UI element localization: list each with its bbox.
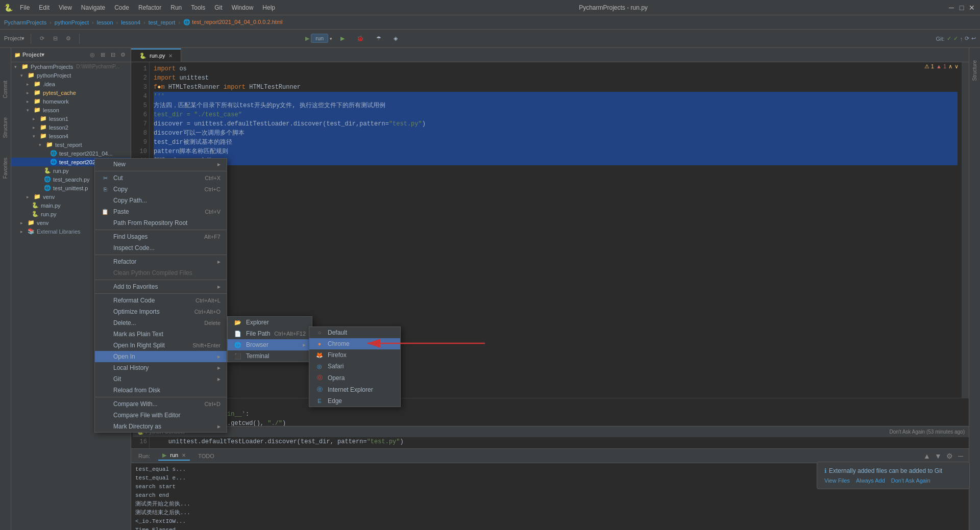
menu-navigate[interactable]: Navigate [77, 3, 109, 13]
run-close-panel[interactable]: ─ [955, 451, 966, 461]
toast-view-files[interactable]: View Files [824, 477, 850, 484]
locate-button[interactable]: ◎ [88, 51, 97, 60]
breadcrumb-item-2[interactable]: pythonProject [55, 19, 89, 26]
tree-root[interactable]: ▾ 📁 PycharmProjects D:\Will\PycharmP... [11, 62, 131, 71]
breadcrumb-item-5[interactable]: test_report [149, 19, 176, 26]
maximize-button[interactable]: □ [958, 4, 966, 12]
ctx-history-arrow: ▸ [217, 364, 220, 371]
ctx-path-from-repo[interactable]: Path From Repository Root [95, 217, 227, 229]
scroll-indicator[interactable] [962, 62, 969, 398]
tree-lesson[interactable]: ▾ 📁 lesson [11, 106, 131, 114]
ctx-local-history[interactable]: Local History ▸ [95, 362, 227, 373]
ctx-add-favorites[interactable]: Add to Favorites ▸ [95, 281, 227, 292]
menu-run[interactable]: Run [166, 3, 186, 13]
run-scroll-up[interactable]: ▲ [922, 451, 932, 461]
git-push[interactable]: ↑ [960, 36, 963, 42]
menu-tools[interactable]: Tools [187, 3, 209, 13]
ctx-mark-plain[interactable]: Mark as Plain Text [95, 329, 227, 340]
debug-button[interactable]: 🐞 [353, 32, 368, 45]
git-fetch[interactable]: ⟳ [965, 35, 969, 42]
ctx-find-usages[interactable]: Find Usages Alt+F7 [95, 231, 227, 242]
menu-edit[interactable]: Edit [35, 3, 54, 13]
expand-all-button[interactable]: ⊞ [98, 51, 107, 60]
git-check-2[interactable]: ✓ [953, 35, 958, 42]
menu-refactor[interactable]: Refactor [134, 3, 165, 13]
run-tab-close[interactable]: ✕ [182, 452, 186, 458]
run-settings[interactable]: ⚙ [944, 451, 954, 461]
ctx-paste[interactable]: 📋 Paste Ctrl+V [95, 206, 227, 217]
ctx-new[interactable]: New ▸ [95, 159, 227, 170]
ctx-cut[interactable]: ✂ Cut Ctrl+X [95, 172, 227, 184]
menu-git[interactable]: Git [210, 3, 226, 13]
ctx-open-right-split[interactable]: Open In Right Split Shift+Enter [95, 340, 227, 351]
ctx-compare-with[interactable]: Compare With... Ctrl+D [95, 398, 227, 410]
sync-button[interactable]: ⟳ [37, 34, 46, 43]
ctx-mark-directory[interactable]: Mark Directory as ▸ [95, 421, 227, 432]
browser-safari[interactable]: ◎ Safari [309, 361, 400, 372]
ctx-open-in[interactable]: Open In ▸ [95, 351, 227, 362]
ctx-copy-path[interactable]: Copy Path... [95, 195, 227, 206]
openin-filepath[interactable]: 📄 File Path Ctrl+Alt+F12 [228, 328, 312, 339]
browser-edge[interactable]: Ε Edge [309, 395, 400, 407]
breadcrumb-item-3[interactable]: lesson [97, 19, 113, 26]
project-dropdown[interactable]: Project▾ [4, 35, 24, 42]
run-tab-run[interactable]: ▶ run ✕ [158, 451, 190, 461]
openin-browser[interactable]: 🌐 Browser ▸ [228, 339, 312, 350]
ctx-compare-file[interactable]: Compare File with Editor [95, 410, 227, 421]
panel-settings-button[interactable]: ⚙ [118, 51, 128, 60]
ctx-reformat[interactable]: Reformat Code Ctrl+Alt+L [95, 295, 227, 306]
tree-lesson1[interactable]: ▸ 📁 lesson1 [11, 114, 131, 123]
tree-lesson2[interactable]: ▸ 📁 lesson2 [11, 123, 131, 132]
run-config-dropdown[interactable]: ▶ run ▾ [305, 35, 332, 42]
ctx-optimize[interactable]: Optimize Imports Ctrl+Alt+O [95, 306, 227, 317]
run-scroll-down[interactable]: ▼ [933, 451, 943, 461]
tree-pythonproject[interactable]: ▾ 📁 pythonProject [11, 71, 131, 80]
ctx-copy[interactable]: ⎘ Copy Ctrl+C [95, 184, 227, 195]
ctx-delete[interactable]: Delete... Delete [95, 317, 227, 329]
tab-run-py[interactable]: 🐍 run.py ✕ [131, 48, 181, 62]
tree-lesson4[interactable]: ▾ 📁 lesson4 [11, 132, 131, 140]
menu-code[interactable]: Code [110, 3, 133, 13]
openin-explorer[interactable]: 📂 Explorer [228, 317, 312, 328]
menu-file[interactable]: File [16, 3, 34, 13]
collapse-button[interactable]: ⊟ [51, 34, 60, 43]
tree-pytest-cache[interactable]: ▸ 📁 pytest_cache [11, 88, 131, 97]
vtab-structure[interactable]: Structure [3, 115, 8, 140]
profile-button[interactable]: ◈ [389, 32, 402, 45]
tree-html1[interactable]: 🌐 test_report2021_04... [11, 149, 131, 158]
tab-close-button[interactable]: ✕ [168, 53, 173, 59]
ctx-git[interactable]: Git ▸ [95, 373, 227, 385]
tree-idea[interactable]: ▸ 📁 .idea [11, 80, 131, 88]
minimize-button[interactable]: ─ [947, 4, 955, 12]
coverage-button[interactable]: ☂ [372, 32, 385, 45]
breadcrumb-item-1[interactable]: PycharmProjects [4, 19, 46, 26]
ctx-reload[interactable]: Reload from Disk [95, 385, 227, 396]
git-check-1[interactable]: ✓ [947, 35, 951, 42]
breadcrumb-item-file[interactable]: 🌐 test_report2021_04_04_0.0.0.2.html [183, 19, 282, 26]
close-button[interactable]: ✕ [968, 4, 976, 12]
tree-homework[interactable]: ▸ 📁 homework [11, 97, 131, 106]
git-undo[interactable]: ↩ [971, 35, 976, 42]
git-label: Git: [936, 36, 944, 42]
vtab-right-structure[interactable]: Structure [972, 58, 977, 83]
vtab-commit[interactable]: Commit [3, 79, 8, 100]
breadcrumb-item-4[interactable]: lesson4 [121, 19, 140, 26]
menu-view[interactable]: View [55, 3, 76, 13]
run-tab-todo[interactable]: TODO [194, 452, 218, 460]
settings-panel-button[interactable]: ⚙ [64, 34, 73, 43]
code-editor-2[interactable]: if __name__ == '__main__': sys.path.join… [150, 398, 969, 448]
menu-window[interactable]: Window [228, 3, 258, 13]
run-button[interactable]: ▶ [336, 32, 349, 45]
ctx-inspect[interactable]: Inspect Code... [95, 242, 227, 254]
vtab-favorites[interactable]: Favorites [3, 156, 8, 181]
menu-help[interactable]: Help [258, 3, 279, 13]
browser-ie[interactable]: ⓔ Internet Explorer [309, 384, 400, 395]
toast-dont-ask[interactable]: Don't Ask Again [891, 477, 930, 484]
toast-always-add[interactable]: Always Add [856, 477, 885, 484]
browser-opera[interactable]: Ⓞ Opera [309, 372, 400, 384]
collapse-all-button[interactable]: ⊟ [108, 51, 117, 60]
openin-terminal[interactable]: ⬛ Terminal [228, 350, 312, 362]
ctx-refactor[interactable]: Refactor ▸ [95, 256, 227, 267]
tree-test-report[interactable]: ▾ 📁 test_report [11, 140, 131, 149]
browser-firefox[interactable]: 🦊 Firefox [309, 349, 400, 361]
